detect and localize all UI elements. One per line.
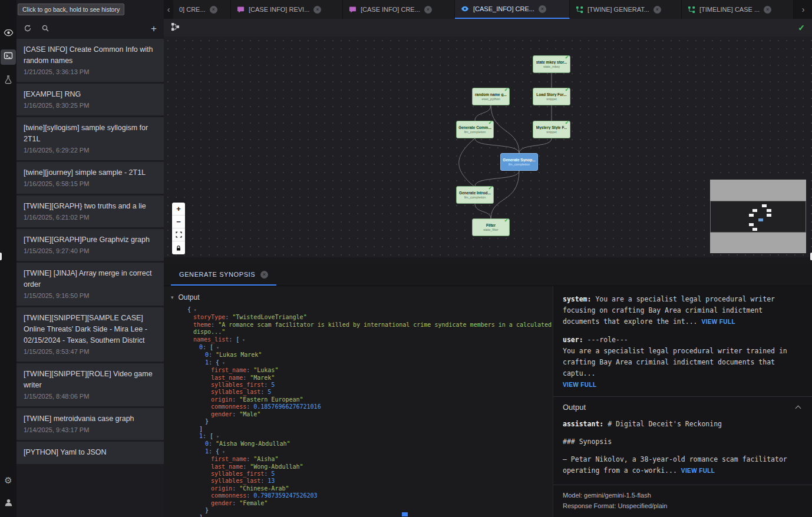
assistant-output: assistant: # Digital Deceit's Reckoning … <box>553 416 812 485</box>
graph-node[interactable]: ✓ Filter state_filter <box>472 218 510 236</box>
app-root: ⚙ Prompts + [CASE INFO] Create Common In… <box>0 0 812 517</box>
tab-case-info-create-active[interactable]: [CASE_INFO] CRE... × <box>455 0 570 19</box>
prompts-nav-button[interactable] <box>1 49 16 65</box>
zoom-out-button[interactable]: − <box>172 216 185 228</box>
zoom-controls: + − <box>172 203 185 254</box>
chevron-up-icon[interactable] <box>796 405 801 411</box>
pane-divider[interactable] <box>164 257 812 264</box>
tab-close-icon[interactable]: × <box>260 271 268 279</box>
prompt-timestamp: 1/16/2025, 6:21:02 PM <box>24 213 157 222</box>
lock-button[interactable] <box>172 241 185 254</box>
prompt-title: [EXAMPLE] RNG <box>24 89 157 100</box>
prompt-timestamp: 1/21/2025, 3:36:13 PM <box>24 67 157 77</box>
assistant-label: assistant: <box>563 420 603 428</box>
prompt-list-item[interactable]: [CASE INFO] Create Common Info with rand… <box>16 39 164 82</box>
prompt-list-item[interactable]: [twine][journey] simple sample - 2T1L 1/… <box>16 162 164 194</box>
graph-layout-icon[interactable] <box>171 22 180 34</box>
left-resize-handle[interactable] <box>0 253 2 260</box>
flask-icon <box>4 75 13 87</box>
flow-canvas[interactable]: ✓ state mkey stor... state_mkey ✓ random… <box>164 37 812 257</box>
settings-button[interactable]: ⚙ <box>1 472 16 488</box>
tab-close-icon[interactable]: × <box>764 6 771 14</box>
code-line: 1: { ▾ <box>171 448 553 456</box>
view-full-link[interactable]: VIEW FULL <box>701 319 735 325</box>
prompt-list-item[interactable]: [TWINE] metroidvania case graph 1/14/202… <box>16 408 164 440</box>
user-label: user: <box>563 336 583 344</box>
zoom-in-button[interactable]: + <box>172 203 185 216</box>
prompt-list-item[interactable]: [TWINE][GRAPH} two truths and a lie 1/16… <box>16 195 164 227</box>
tab-close-icon[interactable]: × <box>210 6 217 14</box>
assistant-line: assistant: # Digital Deceit's Reckoning <box>563 419 801 430</box>
tab-case-info-review[interactable]: [CASE INFO] REVI... × <box>231 0 343 19</box>
code-line: theme: "A romance scam facilitator is ki… <box>171 322 553 336</box>
tab-cre-partial[interactable]: 0] CRE... × <box>173 0 231 19</box>
llm-detail-pane: system: You are a specialist legal proce… <box>553 286 812 517</box>
view-full-link[interactable]: VIEW FULL <box>563 382 596 388</box>
system-prompt-block: system: You are a specialist legal proce… <box>563 294 801 327</box>
graph-node[interactable]: ✓ Generate Introd... llm_completion <box>456 186 494 204</box>
code-line: ] <box>171 426 553 433</box>
user-role-separator: ---role--- <box>587 336 628 344</box>
tab-close-icon[interactable]: × <box>313 6 321 14</box>
search-icon[interactable] <box>41 24 49 32</box>
prompt-list-item[interactable]: [EXAMPLE] RNG 1/16/2025, 8:30:25 PM <box>16 84 164 115</box>
experiments-nav-button[interactable] <box>1 73 16 88</box>
add-prompt-button[interactable]: + <box>151 24 157 34</box>
tab-close-icon[interactable]: × <box>539 5 546 13</box>
account-button[interactable] <box>1 496 16 511</box>
tab-twine-generate[interactable]: [TWINE] GENERAT... × <box>570 0 682 19</box>
prompt-list-item[interactable]: [twine][syllogism] sample syllogism for … <box>16 117 164 160</box>
tabs-scroll-left-button[interactable]: ‹ <box>164 0 173 19</box>
graph-node[interactable]: ✓ Mystery Style F... snippet <box>533 121 570 138</box>
tabs-scroll-right-button[interactable]: › <box>794 0 812 19</box>
prompts-sidebar: Prompts + [CASE INFO] Create Common Info… <box>16 0 164 517</box>
tab-timeline-case[interactable]: [TIMELINE] CASE ... × <box>682 0 794 19</box>
bottom-scroll-handle[interactable] <box>402 512 408 516</box>
fit-view-button[interactable] <box>172 228 185 241</box>
graph-node[interactable]: ✓ Load Story For... snippet <box>533 88 570 105</box>
code-line: origin: "Chinese-Arab" <box>171 485 553 492</box>
visibility-button[interactable] <box>1 26 16 41</box>
output-collapse-toggle[interactable]: ▾ Output <box>171 293 553 301</box>
prompt-list-item[interactable]: [TWINE][SNIPPET][SAMPLE CASE] Online Thr… <box>16 307 164 362</box>
graph-node[interactable]: ✓ random name g... exec_python <box>472 88 510 105</box>
model-info: Model: gemini/gemini-1.5-flash Response … <box>553 485 812 517</box>
sidebar-toolbar: + <box>16 20 164 37</box>
prompt-timestamp: 1/15/2025, 9:27:40 PM <box>24 246 157 256</box>
prompt-list-item[interactable]: [TWINE][GRAPH]Pure Graphviz graph 1/15/2… <box>16 229 164 261</box>
graph-node[interactable]: ✓ Generate Comm... llm_completion <box>456 121 494 138</box>
tab-case-info-create[interactable]: [CASE INFO] CRE... × <box>343 0 455 19</box>
tab-generate-synopsis[interactable]: GENERATE SYNOPSIS × <box>171 264 276 286</box>
code-line: syllables_first: 5 <box>171 382 553 389</box>
prompt-list-item[interactable]: [TWINE] [JINJA] Array merge in correct o… <box>16 263 164 306</box>
view-full-link[interactable]: VIEW FULL <box>681 468 715 474</box>
prompt-list-item[interactable]: [PYTHON] Yaml to JSON <box>16 442 164 464</box>
prompt-timestamp: 1/15/2025, 9:16:50 PM <box>24 291 157 300</box>
minimap-node <box>749 223 754 226</box>
chevron-down-icon: ▾ <box>171 294 174 300</box>
check-icon: ✓ <box>504 87 509 92</box>
graph-node-selected[interactable]: Generate Synop... llm_completion <box>500 153 538 171</box>
prompt-timestamp: 1/16/2025, 6:29:22 PM <box>24 145 157 155</box>
minimap-node <box>767 209 771 212</box>
gear-icon: ⚙ <box>4 476 12 485</box>
prompt-title: [TWINE][GRAPH} two truths and a lie <box>24 201 157 212</box>
code-line: commonness: 0.7987359247526203 <box>171 492 553 499</box>
code-line: storyType: "TwistedLoveTriangle" <box>171 314 553 321</box>
code-line: syllables_last: 5 <box>171 389 553 396</box>
eye-icon <box>4 28 14 40</box>
minimap[interactable] <box>710 180 806 253</box>
tab-close-icon[interactable]: × <box>424 6 432 14</box>
graph-node[interactable]: ✓ state mkey stor... state_mkey <box>533 55 570 73</box>
check-icon: ✓ <box>565 55 569 60</box>
prompt-list-item[interactable]: [TWINE][SNIPPET][ROLE] Video game writer… <box>16 363 164 406</box>
check-icon: ✓ <box>565 87 569 92</box>
workflow-icon <box>688 6 695 14</box>
refresh-button[interactable] <box>24 24 32 32</box>
main-area: ‹ 0] CRE... × [CASE INFO] REVI... × [CAS… <box>164 0 812 517</box>
prompt-list: [CASE INFO] Create Common Info with rand… <box>16 37 164 517</box>
minimap-node <box>762 204 767 207</box>
tab-close-icon[interactable]: × <box>653 6 661 14</box>
assistant-line: ### Synopsis <box>563 436 801 448</box>
prompt-terminal-icon <box>4 51 13 63</box>
